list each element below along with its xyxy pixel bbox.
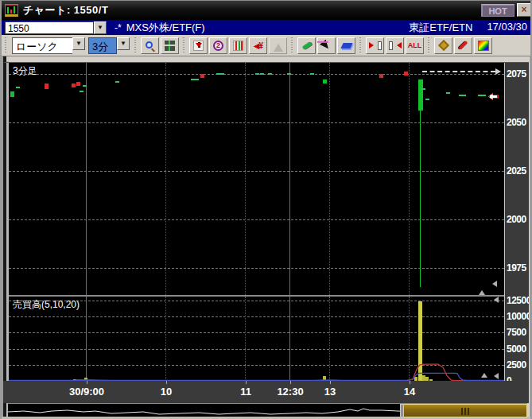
chart-type-value[interactable]: ローソク [12,37,72,54]
symbol-code-input[interactable]: 1550 [5,21,94,34]
ma_red-line [9,364,504,381]
all-icon: ALL [408,41,422,49]
price-tick-label: 2025 [507,165,526,177]
price-axis: 2075205020252000197512500100007500500025… [504,63,529,381]
volume-tick-label: 7500 [507,327,526,338]
grid-line [86,63,87,295]
candle-doji [260,73,264,75]
chevron-down-icon[interactable]: ▼ [94,21,107,34]
symbol-prefix: -* [115,22,122,33]
app-icon [5,4,18,17]
x-axis-label: 10 [138,386,194,398]
ma_blue-line [9,373,504,380]
x-axis-label: 30/9:00 [59,386,115,398]
volume-tick-label: 12500 [507,295,531,306]
candle-body [323,80,327,83]
scroll-marker-up-icon [481,370,487,378]
range-slider-handle[interactable] [400,404,404,417]
yen-arrow-icon: ◀¥ [254,41,262,50]
scroll-marker-left-icon [489,281,497,287]
grid-line [9,122,504,123]
candle-doji [16,87,20,88]
title-bar[interactable]: チャート: 1550/T HOT × [2,1,532,20]
toolbar-grip[interactable] [359,37,363,53]
axis-tick [166,381,167,384]
toolbar-grip[interactable] [134,37,138,53]
eraser-button[interactable] [337,37,355,54]
settings-button[interactable] [434,37,452,54]
slider-grip-icon [461,408,469,415]
burst-icon [437,40,449,51]
candle-grid-button[interactable] [229,37,247,54]
candle-body [45,83,49,89]
chart-type-combo[interactable]: ローソク ▼ [12,37,85,54]
close-icon[interactable]: × [517,3,531,17]
volume-pane[interactable]: 売買高(5,10,20) [9,297,504,381]
zoom-2-icon: 2 [213,41,223,51]
hot-button[interactable]: HOT [481,4,515,17]
grid-line [329,63,330,295]
x-axis-label: 13 [302,386,358,398]
volume-tick-label: 10000 [507,311,531,322]
toolbar-grip[interactable] [427,37,431,53]
range-navigator[interactable] [8,403,527,417]
draw-pencil-button[interactable] [297,37,316,54]
grid-line [289,63,290,295]
candle-doji [310,73,314,75]
candle-doji [220,73,224,75]
candle-doji [83,85,87,87]
candle-body [418,80,423,111]
x-axis-label: 14 [382,386,437,398]
candle-doji [425,99,429,100]
range-slider[interactable] [403,404,527,417]
chevron-down-icon[interactable]: ▼ [72,37,85,50]
select-line-button[interactable] [317,37,336,54]
price-pane[interactable]: 3分足 [9,63,504,295]
current-price-line [422,71,495,72]
yen-button[interactable]: ◀¥ [249,37,267,54]
price-tick-label: 1975 [507,262,526,274]
candle-right-arrow-icon [389,41,402,50]
symbol-code-combo[interactable]: 1550 ▼ [5,21,107,34]
grid-line [409,63,410,295]
candle-doji [462,95,466,96]
candle-body [379,74,383,78]
interval-value[interactable]: 3分足 [88,37,117,54]
pencil-icon [301,41,312,50]
tools-button[interactable] [454,37,472,54]
window-title: チャート: 1550/T [23,3,108,17]
candle-doji [115,81,119,83]
color-button[interactable] [474,37,492,54]
zoom-2-button[interactable]: 2 [209,37,227,54]
zoom-button[interactable] [141,37,159,54]
chart-download-button[interactable] [189,37,208,54]
candle-doji [482,95,486,96]
scroll-right-candle-button[interactable] [386,37,404,54]
warning-button [269,37,287,54]
candle-doji [287,73,291,75]
toolbar-grip[interactable] [290,37,294,53]
show-all-button[interactable]: ALL [406,37,424,54]
search-icon [146,41,154,50]
axis-tick [87,381,87,384]
wrench-icon [458,41,468,50]
candle-body [404,72,408,76]
warning-icon [274,39,283,52]
chart-arrow-down-icon [193,41,204,51]
candle-wick [420,80,421,287]
symbol-bar: 1550 ▼ -* MXS外株/ETF(F) 東証ETF/ETN 17/03/3… [2,20,532,35]
toolbar: ローソク ▼ 3分足 ▼ 2 ◀¥ ALL [2,35,532,56]
axis-tick [246,381,247,384]
price-pane-label: 3分足 [13,64,37,78]
grid-button[interactable] [161,37,179,54]
volume-tick-label: 5000 [507,343,526,355]
chevron-down-icon[interactable]: ▼ [117,37,130,50]
toolbar-grip[interactable] [4,37,8,53]
grid-line [165,63,166,295]
scroll-left-candle-button[interactable] [366,37,384,54]
interval-combo[interactable]: 3分足 ▼ [88,37,130,54]
price-tick-label: 2000 [507,214,526,225]
candle-doji [268,73,272,75]
toolbar-grip[interactable] [182,37,186,53]
scroll-marker-up-icon [479,287,485,295]
